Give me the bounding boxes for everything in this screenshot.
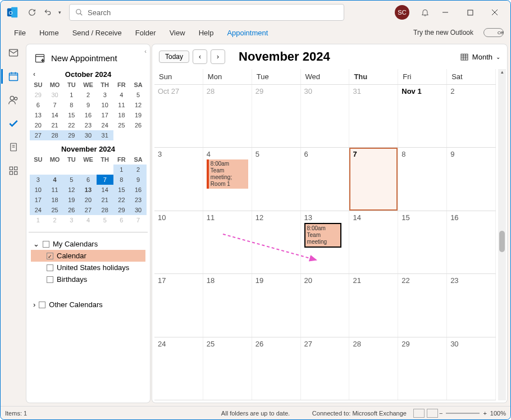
mini-cal-day[interactable]: 5: [130, 90, 147, 100]
mini-cal-day[interactable]: 27: [30, 130, 47, 140]
calendar-cell[interactable]: 17: [154, 274, 203, 336]
mini-cal-day[interactable]: 27: [80, 205, 97, 215]
avatar[interactable]: SC: [395, 5, 409, 20]
calendar-cell[interactable]: 30: [301, 85, 350, 147]
menu-home[interactable]: Home: [33, 26, 66, 39]
mini-cal-day[interactable]: 25: [113, 120, 130, 130]
mini-cal-day[interactable]: 20: [30, 120, 47, 130]
mini-cal-day[interactable]: 25: [47, 205, 63, 215]
mini-cal-day[interactable]: [30, 165, 47, 175]
mini-cal-day[interactable]: 17: [97, 110, 113, 120]
menu-file[interactable]: File: [7, 26, 33, 39]
next-month-button[interactable]: ›: [211, 49, 225, 64]
mini-cal-day[interactable]: 21: [97, 195, 113, 205]
mini-cal-day[interactable]: 19: [63, 195, 80, 205]
mini-cal-day[interactable]: 14: [97, 185, 113, 195]
mini-cal-day[interactable]: 28: [97, 205, 113, 215]
calendar-cell[interactable]: 10: [154, 211, 203, 273]
calendar-item[interactable]: Birthdays: [31, 273, 145, 285]
calendar-cell[interactable]: 5: [252, 148, 301, 210]
mini-cal-day[interactable]: 18: [113, 110, 130, 120]
vertical-scrollbar[interactable]: ▴: [498, 69, 506, 400]
minimize-button[interactable]: [433, 1, 458, 24]
mini-cal-day[interactable]: 2: [47, 215, 63, 225]
menu-sendreceive[interactable]: Send / Receive: [66, 26, 129, 39]
calendar-cell[interactable]: 25: [203, 337, 252, 400]
mini-cal-day[interactable]: 8: [113, 175, 130, 185]
view-reading-icon[interactable]: [427, 409, 438, 418]
calendar-cell[interactable]: 11: [203, 211, 252, 273]
notes-icon[interactable]: [7, 141, 20, 153]
menu-appointment[interactable]: Appointment: [220, 26, 275, 39]
calendar-cell[interactable]: 9: [447, 148, 496, 210]
mini-cal-day[interactable]: 1: [113, 165, 130, 175]
calendar-cell[interactable]: 24: [154, 337, 203, 400]
mini-cal-day[interactable]: 12: [130, 100, 147, 110]
mini-cal-day[interactable]: 18: [47, 195, 63, 205]
mini-cal-day[interactable]: 9: [130, 175, 147, 185]
calendar-cell[interactable]: 16: [447, 211, 496, 273]
mini-cal-day[interactable]: 4: [80, 215, 97, 225]
mini-cal-day[interactable]: 23: [130, 195, 147, 205]
calendar-cell[interactable]: 31: [349, 85, 398, 147]
mini-cal-day[interactable]: 3: [30, 175, 47, 185]
mini-cal-day[interactable]: [47, 165, 63, 175]
mini-cal-day[interactable]: 22: [113, 195, 130, 205]
mini-cal-day[interactable]: 11: [47, 185, 63, 195]
bell-icon[interactable]: [417, 4, 433, 20]
today-button[interactable]: Today: [159, 51, 189, 63]
mini-cal-day[interactable]: 29: [30, 90, 47, 100]
mini-cal-day[interactable]: 7: [97, 175, 113, 185]
mini-cal-day[interactable]: 22: [63, 120, 80, 130]
mini-cal-day[interactable]: 6: [80, 175, 97, 185]
mini-cal-day[interactable]: 16: [80, 110, 97, 120]
mini-cal-day[interactable]: 6: [30, 100, 47, 110]
calendar-cell[interactable]: 138:00amTeam meeting: [301, 211, 350, 273]
mini-cal-day[interactable]: 3: [97, 90, 113, 100]
view-switcher[interactable]: Month ⌄: [460, 52, 500, 61]
mini-cal-day[interactable]: 26: [130, 120, 147, 130]
mini-cal-day[interactable]: 12: [63, 185, 80, 195]
mini-cal-day[interactable]: 13: [30, 110, 47, 120]
mini-cal-day[interactable]: 15: [113, 185, 130, 195]
calendar-group[interactable]: ⌄ My Calendars: [31, 238, 145, 250]
calendar-cell[interactable]: 3: [154, 148, 203, 210]
mini-cal-day[interactable]: 19: [130, 110, 147, 120]
mini-cal-day[interactable]: 1: [63, 90, 80, 100]
menu-help[interactable]: Help: [192, 26, 221, 39]
mini-cal-day[interactable]: 6: [113, 215, 130, 225]
calendar-cell[interactable]: 18: [203, 274, 252, 336]
calendar-cell[interactable]: 8: [398, 148, 447, 210]
calendar-cell[interactable]: 21: [349, 274, 398, 336]
mini-cal-day[interactable]: 5: [97, 215, 113, 225]
calendar-cell[interactable]: Oct 27: [154, 85, 203, 147]
calendar-cell[interactable]: 15: [398, 211, 447, 273]
calendar-cell[interactable]: Nov 1: [398, 85, 447, 147]
undo-icon[interactable]: [40, 4, 56, 20]
mail-icon[interactable]: [7, 47, 20, 59]
calendar-cell[interactable]: 19: [252, 274, 301, 336]
calendar-cell[interactable]: 48:00amTeam meeting; Room 1: [203, 148, 252, 210]
mini-cal-day[interactable]: 20: [80, 195, 97, 205]
mini-cal-day[interactable]: 23: [80, 120, 97, 130]
mini-cal-day[interactable]: 30: [80, 130, 97, 140]
mini-cal-day[interactable]: 30: [130, 205, 147, 215]
mini-cal-day[interactable]: 17: [30, 195, 47, 205]
mini-cal-day[interactable]: 8: [63, 100, 80, 110]
calendar-item[interactable]: Calendar: [31, 250, 145, 262]
calendar-icon[interactable]: [7, 70, 20, 83]
mini-cal-day[interactable]: 29: [113, 205, 130, 215]
prev-month-button[interactable]: ‹: [193, 49, 207, 64]
collapse-sidebar-icon[interactable]: ‹: [144, 48, 147, 54]
menu-view[interactable]: View: [163, 26, 192, 39]
mini-cal-day[interactable]: 14: [47, 110, 63, 120]
mini-cal-day[interactable]: 10: [30, 185, 47, 195]
view-normal-icon[interactable]: [413, 409, 425, 418]
mini-cal-day[interactable]: 29: [63, 130, 80, 140]
mini-cal-day[interactable]: 7: [47, 100, 63, 110]
calendar-cell[interactable]: 30: [447, 337, 496, 400]
mini-cal-day[interactable]: 21: [47, 120, 63, 130]
mini-cal-day[interactable]: 4: [113, 90, 130, 100]
mini-cal-day[interactable]: 7: [130, 215, 147, 225]
mini-cal-day[interactable]: [63, 165, 80, 175]
